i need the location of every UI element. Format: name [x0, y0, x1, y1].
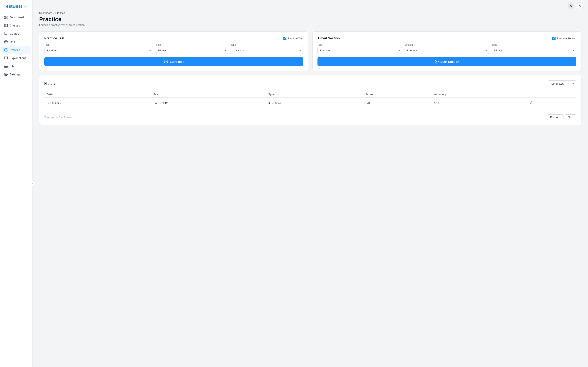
nav-list: Dashboard Classes Course — [0, 13, 33, 367]
sun-icon: ☀ — [579, 4, 581, 8]
document-icon — [528, 100, 533, 106]
history-footer: Showing 1 to 1 of 1 entries Previous Nex… — [44, 112, 576, 120]
practice-test-fields: Test Random PrepTest 123 Time 35 min 25 … — [44, 43, 303, 54]
svg-rect-2 — [4, 18, 6, 19]
cell-score: 178 — [363, 98, 432, 109]
next-page-button[interactable]: Next — [565, 114, 576, 120]
svg-point-6 — [6, 42, 7, 42]
type-label: Type — [231, 43, 303, 46]
random-test-checkbox[interactable] — [283, 37, 286, 40]
start-section-label: Start Section — [440, 60, 459, 63]
random-test-checkbox-label[interactable]: Random Test — [283, 37, 303, 40]
test-label: Test — [44, 43, 153, 46]
practice-time-select[interactable]: 35 min 25 min — [156, 47, 228, 54]
user-avatar[interactable]: A — [568, 2, 574, 9]
sidebar-item-label: Settings — [10, 73, 20, 76]
sidebar-item-inbox[interactable]: Inbox — [2, 62, 31, 70]
page-title: Practice — [39, 16, 581, 23]
sidebar-item-label: Inbox — [10, 65, 17, 68]
random-section-checkbox[interactable] — [552, 37, 555, 40]
breadcrumb: Dashboard / Practice — [39, 11, 581, 15]
svg-marker-9 — [165, 61, 167, 62]
play-section-icon — [435, 59, 439, 64]
time-label: Time — [156, 43, 228, 46]
svg-rect-4 — [4, 24, 8, 27]
svg-point-7 — [6, 74, 7, 75]
svg-point-5 — [4, 40, 8, 43]
start-test-label: Start Test — [170, 60, 183, 63]
timed-test-label: Test — [318, 43, 402, 46]
start-section-button[interactable]: Start Section — [318, 57, 576, 66]
svg-rect-1 — [6, 16, 7, 17]
history-header: History Test History Section History — [44, 80, 576, 87]
sidebar-item-course[interactable]: Course — [2, 30, 31, 38]
history-table-body: Feb 6, 2025 PrepTest 123 4 Sections 178 … — [44, 98, 576, 109]
table-row: Feb 6, 2025 PrepTest 123 4 Sections 178 … — [44, 98, 576, 109]
breadcrumb-separator: / — [53, 11, 54, 15]
timed-time-select[interactable]: 35 min 25 min — [492, 47, 576, 54]
section-label: Section — [405, 43, 489, 46]
history-filter-select[interactable]: Test History Section History — [548, 80, 576, 87]
logo[interactable]: TestBest — [0, 0, 33, 13]
logo-text: TestBest — [4, 4, 27, 8]
showing-entries-text: Showing 1 to 1 of 1 entries — [44, 116, 73, 119]
timed-section-select[interactable]: Random Section 1 — [405, 47, 489, 54]
cell-type: 4 Sections — [266, 98, 363, 109]
col-type: Type — [266, 91, 363, 98]
drill-icon — [4, 40, 8, 44]
sidebar-item-drill[interactable]: Drill — [2, 38, 31, 46]
history-title: History — [44, 82, 56, 86]
practice-test-title: Practice Test — [44, 36, 64, 40]
timed-test-select[interactable]: Random PrepTest 123 — [318, 47, 402, 54]
sidebar-item-dashboard[interactable]: Dashboard — [2, 13, 31, 21]
practice-type-field: Type 4 Section 3 Section — [231, 43, 303, 54]
sidebar-item-explanations[interactable]: Explanations — [2, 54, 31, 62]
practice-cards-row: Practice Test Random Test Test Random Pr… — [39, 31, 581, 71]
timed-section-card: Timed Section Random Section Test Random… — [312, 31, 581, 71]
sidebar-item-settings[interactable]: Settings — [2, 71, 31, 78]
practice-type-select[interactable]: 4 Section 3 Section — [231, 47, 303, 54]
sidebar-item-practice[interactable]: Practice — [2, 46, 31, 54]
cell-action — [526, 98, 576, 109]
timed-section-fields: Test Random PrepTest 123 Section Random … — [318, 43, 576, 54]
classes-icon — [4, 24, 8, 27]
content-area: Dashboard / Practice Practice Launch a p… — [33, 11, 588, 367]
inbox-icon — [4, 64, 8, 68]
timed-section-title: Timed Section — [318, 36, 340, 40]
breadcrumb-dashboard[interactable]: Dashboard — [39, 11, 52, 15]
course-icon — [4, 32, 8, 35]
sidebar-item-classes[interactable]: Classes — [2, 22, 31, 29]
topbar: A ☀ — [33, 0, 588, 11]
history-card: History Test History Section History Dat… — [39, 75, 581, 125]
previous-page-button[interactable]: Previous — [547, 114, 564, 120]
sidebar-item-label: Drill — [10, 40, 15, 43]
svg-rect-3 — [6, 18, 7, 19]
practice-test-card: Practice Test Random Test Test Random Pr… — [39, 31, 308, 71]
practice-test-select[interactable]: Random PrepTest 123 — [44, 47, 153, 54]
col-score: Score — [363, 91, 432, 98]
timed-time-field: Time 35 min 25 min — [492, 43, 576, 54]
settings-icon — [4, 73, 8, 76]
practice-icon — [4, 48, 8, 52]
cell-test: PrepTest 123 — [151, 98, 266, 109]
svg-rect-0 — [4, 16, 6, 17]
random-section-label: Random Section — [557, 37, 576, 40]
sidebar-item-label: Dashboard — [10, 16, 24, 19]
sidebar-item-label: Classes — [10, 24, 20, 27]
sidebar-item-label: Course — [10, 32, 19, 35]
theme-toggle-button[interactable]: ☀ — [577, 2, 583, 9]
start-test-button[interactable]: Start Test — [44, 57, 303, 66]
explanations-icon — [4, 56, 8, 60]
timed-time-label: Time — [492, 43, 576, 46]
timed-section-header: Timed Section Random Section — [318, 36, 576, 40]
cell-accuracy: 96% — [432, 98, 526, 109]
random-section-checkbox-label[interactable]: Random Section — [552, 37, 576, 40]
history-table-header-row: Date Test Type Score Accuracy — [44, 91, 576, 98]
view-report-button[interactable] — [528, 100, 533, 106]
sidebar-collapse-button[interactable]: ‹ — [30, 181, 35, 186]
timed-section-field: Section Random Section 1 — [405, 43, 489, 54]
history-table-head: Date Test Type Score Accuracy — [44, 91, 576, 98]
history-table: Date Test Type Score Accuracy Feb 6, 202… — [44, 91, 576, 108]
col-actions — [526, 91, 576, 98]
pagination: Previous Next — [547, 114, 576, 120]
